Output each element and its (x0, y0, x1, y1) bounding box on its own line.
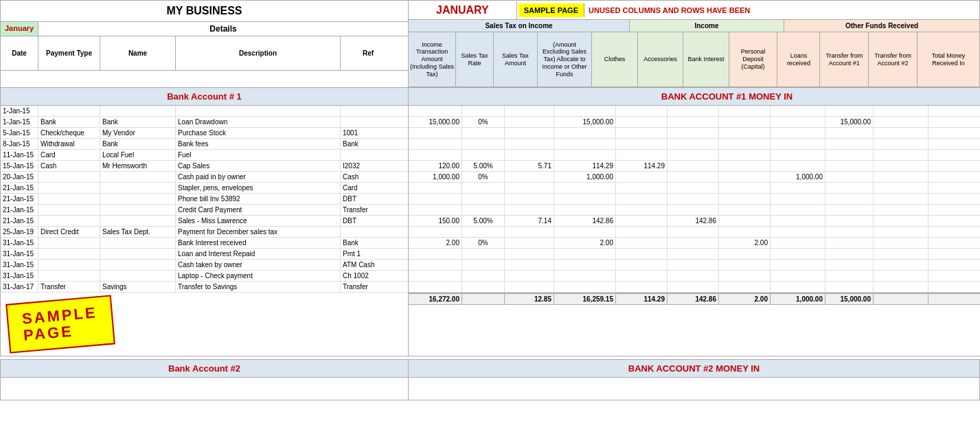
totals-cell: 2.00 (719, 294, 771, 304)
table-cell (462, 150, 505, 160)
table-row (409, 227, 980, 238)
table-cell: Transfer to Savings (176, 282, 341, 292)
table-cell (928, 205, 980, 215)
table-cell: Local Fuel (100, 150, 176, 160)
table-cell (341, 117, 396, 127)
table-cell (100, 172, 176, 182)
table-cell: My Vendor (100, 128, 176, 138)
table-cell: 1-Jan-15 (1, 106, 38, 116)
table-cell: Direct Credit (38, 227, 100, 237)
table-cell: 31-Jan-15 (1, 260, 38, 270)
table-cell: Bank (100, 117, 176, 127)
table-cell: 1-Jan-15 (1, 117, 38, 127)
table-row: 150.005.00%7.14142.86142.86150.00 (409, 216, 980, 227)
table-cell: Cap Sales (176, 161, 341, 171)
table-row: 21-Jan-15Sales - Miss LawrenceDBT (1, 216, 408, 227)
table-cell (668, 194, 719, 204)
table-cell (462, 271, 505, 281)
table-cell (505, 238, 554, 248)
table-cell (928, 227, 980, 237)
table-cell (100, 183, 176, 193)
table-row: 120.005.00%5.71114.29114.29120.00 (409, 161, 980, 172)
table-cell (505, 150, 554, 160)
table-cell: 31-Jan-17 (1, 282, 38, 292)
table-row: 2.000%2.002.002.00 (409, 238, 980, 249)
col-sales-rate: Sales Tax Rate (456, 32, 494, 87)
table-cell (554, 139, 616, 149)
table-cell: Bank (341, 238, 396, 248)
table-cell (928, 161, 980, 171)
table-cell: 15,000.00 (554, 117, 616, 127)
table-cell (100, 238, 176, 248)
bank-account-1-left: Bank Account # 1 1-Jan-151-Jan-15BankBan… (0, 88, 409, 356)
table-cell (719, 172, 771, 182)
table-cell: Loan Drawdown (176, 117, 341, 127)
table-cell (771, 150, 825, 160)
table-cell (505, 117, 554, 127)
table-cell (719, 183, 771, 193)
group-income: Income (630, 20, 784, 32)
table-cell: 2.00 (719, 238, 771, 248)
table-cell (100, 249, 176, 259)
table-cell: 21-Jan-15 (1, 216, 38, 226)
table-cell (409, 282, 462, 292)
table-cell (874, 238, 928, 248)
table-cell (409, 106, 462, 116)
table-cell (616, 150, 668, 160)
table-cell (874, 161, 928, 171)
table-cell (874, 260, 928, 270)
table-cell: Credit Card Payment (176, 205, 341, 215)
table-cell (928, 183, 980, 193)
table-cell (616, 106, 668, 116)
table-cell: Card (341, 183, 396, 193)
table-cell: 5.00% (462, 161, 505, 171)
table-cell (409, 260, 462, 270)
bank-account-2-left: Bank Account #2 (0, 359, 409, 400)
table-cell: Withdrawal (38, 139, 100, 149)
table-cell (771, 282, 825, 292)
table-row: 1-Jan-15 (1, 106, 408, 117)
table-cell (771, 183, 825, 193)
table-cell (771, 271, 825, 281)
table-cell (928, 260, 980, 270)
table-cell (409, 205, 462, 215)
bank-account-1-section: Bank Account # 1 1-Jan-151-Jan-15BankBan… (0, 88, 980, 356)
table-cell (616, 282, 668, 292)
table-cell (874, 282, 928, 292)
table-cell: 8-Jan-15 (1, 139, 38, 149)
table-cell: 25-Jan-19 (1, 227, 38, 237)
table-cell: 2.00 (409, 238, 462, 248)
left-panel-header: MY BUSINESS January Details Date Payment… (0, 0, 409, 88)
col-accessories: Accessories (638, 32, 683, 87)
table-cell: 150.00 (409, 216, 462, 226)
table-cell: 5.71 (505, 161, 554, 171)
table-cell (554, 282, 616, 292)
table-cell (771, 249, 825, 259)
table-cell (719, 150, 771, 160)
table-row (409, 106, 980, 117)
table-cell (825, 106, 874, 116)
table-cell (38, 194, 100, 204)
table-cell: Transfer (341, 205, 396, 215)
table-cell: 15,000.00 (825, 117, 874, 127)
table-cell (505, 194, 554, 204)
table-cell: Cash (341, 172, 396, 182)
table-cell (616, 271, 668, 281)
table-cell (38, 216, 100, 226)
table-cell: Purchase Stock (176, 128, 341, 138)
table-cell: 1,000.00 (409, 172, 462, 182)
table-cell: Savings (100, 282, 176, 292)
table-cell: Stapler, pens, envelopes (176, 183, 341, 193)
table-cell (668, 161, 719, 171)
table-cell (771, 117, 825, 127)
table-cell (616, 238, 668, 248)
table-cell (616, 172, 668, 182)
top-header: MY BUSINESS January Details Date Payment… (0, 0, 980, 88)
table-cell: Sales Tax Dept. (100, 227, 176, 237)
table-cell (100, 205, 176, 215)
table-cell (874, 150, 928, 160)
table-cell (825, 249, 874, 259)
table-cell (341, 227, 396, 237)
table-cell (462, 227, 505, 237)
table-row (409, 249, 980, 260)
